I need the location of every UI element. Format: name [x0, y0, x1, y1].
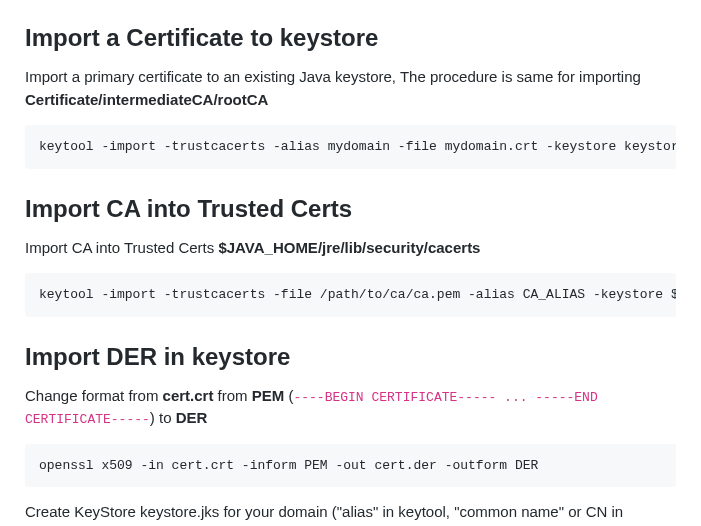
intro-bold: $JAVA_HOME/jre/lib/security/cacerts: [218, 239, 480, 256]
intro-bold: Certificate/intermediateCA/rootCA: [25, 91, 268, 108]
create-keystore-paragraph: Create KeyStore keystore.jks for your do…: [25, 501, 676, 526]
intro-text: Import CA into Trusted Certs: [25, 239, 218, 256]
heading-import-ca: Import CA into Trusted Certs: [25, 191, 676, 227]
format-paragraph: Change format from cert.crt from PEM (--…: [25, 385, 676, 430]
text-part: from: [213, 387, 251, 404]
text-part: Change format from: [25, 387, 163, 404]
format-pem: PEM: [252, 387, 285, 404]
text-part: ) to: [150, 409, 176, 426]
intro-paragraph: Import CA into Trusted Certs $JAVA_HOME/…: [25, 237, 676, 260]
cert-filename: cert.crt: [163, 387, 214, 404]
intro-paragraph: Import a primary certificate to an exist…: [25, 66, 676, 111]
section-import-der: Import DER in keystore Change format fro…: [25, 339, 676, 527]
heading-import-der: Import DER in keystore: [25, 339, 676, 375]
code-block[interactable]: openssl x509 -in cert.crt -inform PEM -o…: [25, 444, 676, 488]
code-block[interactable]: keytool -import -trustcacerts -alias myd…: [25, 125, 676, 169]
format-der: DER: [176, 409, 208, 426]
section-import-ca: Import CA into Trusted Certs Import CA i…: [25, 191, 676, 317]
intro-text: Import a primary certificate to an exist…: [25, 68, 641, 85]
section-import-certificate: Import a Certificate to keystore Import …: [25, 20, 676, 169]
heading-import-certificate: Import a Certificate to keystore: [25, 20, 676, 56]
code-block[interactable]: keytool -import -trustcacerts -file /pat…: [25, 273, 676, 317]
